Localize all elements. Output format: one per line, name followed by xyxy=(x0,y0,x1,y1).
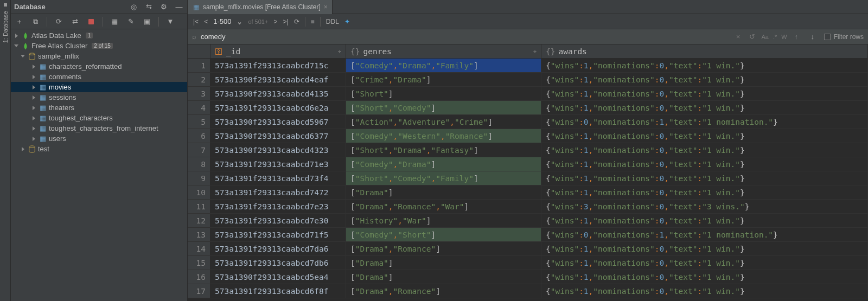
table-row[interactable]: 6573a1390f29313caabcd6377["Comedy", "Wes… xyxy=(188,129,868,143)
tool-window-strip[interactable]: 1: Database xyxy=(0,0,11,301)
cell-id[interactable]: 573a1390f29313caabcd4eaf xyxy=(210,73,346,86)
table-row[interactable]: 3573a1390f29313caabcd4135["Short"]{"wins… xyxy=(188,87,868,101)
cell-awards[interactable]: {"wins": 1, "nominations": 0, "text": "1… xyxy=(541,242,868,255)
cell-id[interactable]: 573a1391f29313caabcd73f4 xyxy=(210,171,346,185)
cell-awards[interactable]: {"wins": 1, "nominations": 0, "text": "1… xyxy=(541,270,868,284)
cell-id[interactable]: 573a1391f29313caabcd71e3 xyxy=(210,157,346,171)
collection-users[interactable]: ▦users xyxy=(11,133,187,144)
collection-toughest_characters[interactable]: ▦toughest_characters xyxy=(11,113,187,123)
first-page-button[interactable]: |< xyxy=(193,18,199,25)
console-icon[interactable]: ▣ xyxy=(142,17,152,27)
cell-id[interactable]: 573a1390f29313caabcd4323 xyxy=(210,143,346,157)
cell-id[interactable]: 573a1391f29313caabcd7da6 xyxy=(210,242,346,255)
cell-id[interactable]: 573a1391f29313caabcd7472 xyxy=(210,185,346,199)
cell-genres[interactable]: ["Drama", "Romance", "War"] xyxy=(346,200,541,213)
table-row[interactable]: 7573a1390f29313caabcd4323["Short", "Dram… xyxy=(188,143,868,157)
cell-id[interactable]: 573a1391f29313caabcd71f5 xyxy=(210,228,346,241)
prev-match-icon[interactable]: ↑ xyxy=(792,32,801,42)
stop-icon[interactable] xyxy=(86,17,96,27)
cell-genres[interactable]: ["History", "War"] xyxy=(346,214,541,227)
cell-genres[interactable]: ["Crime", "Drama"] xyxy=(346,73,541,86)
cell-genres[interactable]: ["Comedy", "Drama", "Family"] xyxy=(346,59,541,72)
cell-id[interactable]: 573a1391f29313caabcd7e30 xyxy=(210,214,346,227)
collection-sessions[interactable]: ▦sessions xyxy=(11,92,187,103)
table-row[interactable]: 9573a1391f29313caabcd73f4["Short", "Come… xyxy=(188,171,868,185)
schema-test[interactable]: test xyxy=(11,144,187,154)
data-grid[interactable]: ⚿ _id ÷ {} genres ÷ {} awards 1573a1391f… xyxy=(188,44,868,301)
table-row[interactable]: 11573a1391f29313caabcd7e23["Drama", "Rom… xyxy=(188,200,868,214)
cell-awards[interactable]: {"wins": 1, "nominations": 0, "text": "1… xyxy=(541,157,868,171)
table-row[interactable]: 10573a1391f29313caabcd7472["Drama"]{"win… xyxy=(188,185,868,200)
sort-icon[interactable]: ÷ xyxy=(533,48,537,54)
cell-genres[interactable]: ["Short", "Drama", "Fantasy"] xyxy=(346,143,541,157)
sort-icon[interactable]: ÷ xyxy=(338,48,341,54)
next-match-icon[interactable]: ↓ xyxy=(808,32,818,42)
table-row[interactable]: 12573a1391f29313caabcd7e30["History", "W… xyxy=(188,214,868,228)
filter-icon[interactable]: ▼ xyxy=(165,17,175,27)
table-row[interactable]: 1573a1391f29313caabcd715c["Comedy", "Dra… xyxy=(188,59,868,73)
table-row[interactable]: 4573a1391f29313caabcd6e2a["Short", "Come… xyxy=(188,101,868,115)
collection-theaters[interactable]: ▦theaters xyxy=(11,103,187,113)
target-icon[interactable]: ◎ xyxy=(129,2,138,12)
close-icon[interactable]: × xyxy=(324,3,328,11)
cell-id[interactable]: 573a1390f29313caabcd6377 xyxy=(210,129,346,143)
cell-genres[interactable]: ["Comedy", "Short"] xyxy=(346,228,541,241)
cell-genres[interactable]: ["Drama", "Romance"] xyxy=(346,242,541,255)
collection-movies[interactable]: ▦movies xyxy=(11,82,187,92)
datasource-atlas-data-lake[interactable]: Atlas Data Lake 1 xyxy=(11,30,187,41)
table-row[interactable]: 13573a1391f29313caabcd71f5["Comedy", "Sh… xyxy=(188,228,868,242)
column-awards[interactable]: {} awards xyxy=(541,44,868,58)
cell-genres[interactable]: ["Drama"] xyxy=(346,256,541,270)
tab-movies[interactable]: ▦ sample_mflix.movies [Free Atlas Cluste… xyxy=(188,0,333,14)
cell-awards[interactable]: {"wins": 0, "nominations": 1, "text": "1… xyxy=(541,228,868,241)
cell-id[interactable]: 573a1391f29313caabcd7e23 xyxy=(210,200,346,213)
table-row[interactable]: 15573a1391f29313caabcd7db6["Drama"]{"win… xyxy=(188,256,868,270)
cell-awards[interactable]: {"wins": 1, "nominations": 0, "text": "1… xyxy=(541,256,868,270)
filter-rows-checkbox[interactable]: Filter rows xyxy=(824,33,864,41)
cell-genres[interactable]: ["Comedy", "Western", "Romance"] xyxy=(346,129,541,143)
cell-id[interactable]: 573a1390f29313caabcd4135 xyxy=(210,87,346,100)
search-opt-words[interactable]: W xyxy=(781,34,787,40)
cell-awards[interactable]: {"wins": 1, "nominations": 0, "text": "1… xyxy=(541,59,868,72)
clear-search-icon[interactable]: × xyxy=(733,32,743,42)
cell-genres[interactable]: ["Drama"] xyxy=(346,185,541,199)
collection-toughest_characters_from_internet[interactable]: ▦toughest_characters_from_internet xyxy=(11,123,187,133)
reload-button[interactable]: ⟳ xyxy=(294,18,299,25)
table-row[interactable]: 14573a1391f29313caabcd7da6["Drama", "Rom… xyxy=(188,242,868,256)
collapse-icon[interactable]: ⇆ xyxy=(144,2,154,12)
cell-genres[interactable]: ["Drama"] xyxy=(346,270,541,284)
page-dropdown-icon[interactable]: ⌄ xyxy=(237,17,242,27)
last-page-button[interactable]: >| xyxy=(283,18,288,25)
search-opt-case[interactable]: Aa xyxy=(761,34,768,40)
cell-awards[interactable]: {"wins": 1, "nominations": 0, "text": "1… xyxy=(541,143,868,157)
edit-icon[interactable]: ✎ xyxy=(126,17,136,27)
schema-sample-mflix[interactable]: sample_mflix xyxy=(11,51,187,61)
cell-awards[interactable]: {"wins": 1, "nominations": 0, "text": "1… xyxy=(541,214,868,227)
cell-genres[interactable]: ["Comedy", "Drama"] xyxy=(346,157,541,171)
cell-genres[interactable]: ["Short", "Comedy", "Family"] xyxy=(346,171,541,185)
cell-awards[interactable]: {"wins": 1, "nominations": 0, "text": "1… xyxy=(541,171,868,185)
search-opt-regex[interactable]: .* xyxy=(773,34,777,40)
cell-genres[interactable]: ["Short"] xyxy=(346,87,541,100)
duplicate-icon[interactable]: ⧉ xyxy=(30,17,40,27)
cell-genres[interactable]: ["Short", "Comedy"] xyxy=(346,101,541,114)
cell-genres[interactable]: ["Drama", "Romance"] xyxy=(346,284,541,298)
search-input[interactable] xyxy=(201,33,374,41)
cell-id[interactable]: 573a1391f29313caabcd6f8f xyxy=(210,284,346,298)
next-page-button[interactable]: > xyxy=(273,18,277,25)
gear-icon[interactable]: ⚙ xyxy=(159,2,169,12)
table-row[interactable]: 5573a1390f29313caabcd5967["Action", "Adv… xyxy=(188,115,868,129)
table-row[interactable]: 16573a1390f29313caabcd5ea4["Drama"]{"win… xyxy=(188,270,868,284)
cell-id[interactable]: 573a1390f29313caabcd5ea4 xyxy=(210,270,346,284)
table-row[interactable]: 2573a1390f29313caabcd4eaf["Crime", "Dram… xyxy=(188,73,868,87)
collection-characters_reformatted[interactable]: ▦characters_reformatted xyxy=(11,61,187,72)
cell-awards[interactable]: {"wins": 1, "nominations": 0, "text": "1… xyxy=(541,284,868,298)
column-genres[interactable]: {} genres ÷ xyxy=(346,44,541,58)
cell-id[interactable]: 573a1391f29313caabcd7db6 xyxy=(210,256,346,270)
table-row[interactable]: 8573a1391f29313caabcd71e3["Comedy", "Dra… xyxy=(188,157,868,171)
add-datasource-button[interactable]: ＋ xyxy=(14,17,24,27)
modify-icon[interactable]: ✦ xyxy=(344,18,350,25)
stop-button[interactable]: ■ xyxy=(311,18,315,25)
collection-comments[interactable]: ▦comments xyxy=(11,72,187,82)
cell-awards[interactable]: {"wins": 1, "nominations": 0, "text": "1… xyxy=(541,185,868,199)
